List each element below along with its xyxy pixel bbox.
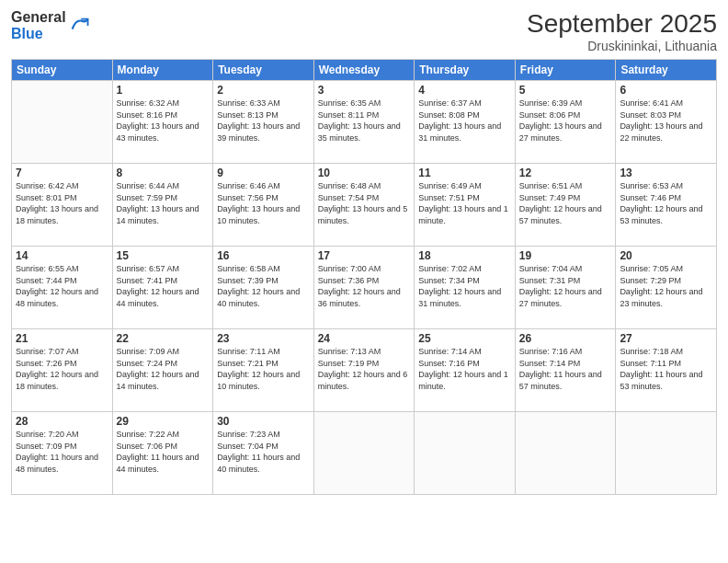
day-info: Sunrise: 6:53 AMSunset: 7:46 PMDaylight:… — [620, 180, 712, 226]
day-info: Sunrise: 6:58 AMSunset: 7:39 PMDaylight:… — [217, 263, 310, 309]
day-number: 18 — [418, 249, 511, 262]
day-info: Sunrise: 6:39 AMSunset: 8:06 PMDaylight:… — [519, 98, 612, 144]
day-number: 11 — [418, 167, 511, 179]
day-number: 3 — [318, 84, 411, 97]
table-row: 9Sunrise: 6:46 AMSunset: 7:56 PMDaylight… — [213, 164, 314, 247]
day-number: 14 — [16, 249, 108, 262]
day-info: Sunrise: 6:35 AMSunset: 8:11 PMDaylight:… — [318, 98, 411, 144]
table-row: 1Sunrise: 6:32 AMSunset: 8:16 PMDaylight… — [112, 81, 213, 164]
logo-general: General — [11, 9, 66, 26]
table-row: 26Sunrise: 7:16 AMSunset: 7:14 PMDayligh… — [515, 329, 616, 412]
day-number: 4 — [418, 84, 511, 97]
day-number: 15 — [117, 249, 210, 262]
table-row: 14Sunrise: 6:55 AMSunset: 7:44 PMDayligh… — [12, 247, 113, 329]
logo-icon — [69, 16, 89, 36]
page: General Blue September 2025 Druskininkai… — [0, 0, 728, 563]
table-row: 4Sunrise: 6:37 AMSunset: 8:08 PMDaylight… — [415, 81, 516, 164]
day-info: Sunrise: 7:22 AMSunset: 7:06 PMDaylight:… — [117, 429, 210, 475]
header-tuesday: Tuesday — [213, 60, 314, 81]
day-info: Sunrise: 7:04 AMSunset: 7:31 PMDaylight:… — [519, 263, 612, 309]
table-row: 8Sunrise: 6:44 AMSunset: 7:59 PMDaylight… — [112, 164, 213, 247]
header-wednesday: Wednesday — [313, 60, 415, 81]
day-info: Sunrise: 6:48 AMSunset: 7:54 PMDaylight:… — [318, 180, 411, 226]
table-row: 17Sunrise: 7:00 AMSunset: 7:36 PMDayligh… — [313, 247, 415, 329]
day-number: 2 — [217, 84, 310, 97]
table-row — [616, 412, 717, 495]
table-row — [313, 412, 415, 495]
table-row: 22Sunrise: 7:09 AMSunset: 7:24 PMDayligh… — [112, 329, 213, 412]
day-number: 22 — [117, 332, 210, 345]
day-info: Sunrise: 6:33 AMSunset: 8:13 PMDaylight:… — [217, 98, 310, 144]
day-number: 6 — [620, 84, 712, 97]
header-monday: Monday — [112, 60, 213, 81]
calendar-week-row: 1Sunrise: 6:32 AMSunset: 8:16 PMDaylight… — [12, 81, 717, 164]
day-info: Sunrise: 7:11 AMSunset: 7:21 PMDaylight:… — [217, 346, 310, 392]
table-row: 15Sunrise: 6:57 AMSunset: 7:41 PMDayligh… — [112, 247, 213, 329]
day-number: 5 — [519, 84, 612, 97]
table-row: 23Sunrise: 7:11 AMSunset: 7:21 PMDayligh… — [213, 329, 314, 412]
table-row: 5Sunrise: 6:39 AMSunset: 8:06 PMDaylight… — [515, 81, 616, 164]
table-row: 20Sunrise: 7:05 AMSunset: 7:29 PMDayligh… — [616, 247, 717, 329]
header-thursday: Thursday — [415, 60, 516, 81]
table-row: 3Sunrise: 6:35 AMSunset: 8:11 PMDaylight… — [313, 81, 415, 164]
table-row: 18Sunrise: 7:02 AMSunset: 7:34 PMDayligh… — [415, 247, 516, 329]
day-info: Sunrise: 7:14 AMSunset: 7:16 PMDaylight:… — [418, 346, 511, 392]
table-row: 12Sunrise: 6:51 AMSunset: 7:49 PMDayligh… — [515, 164, 616, 247]
table-row: 27Sunrise: 7:18 AMSunset: 7:11 PMDayligh… — [616, 329, 717, 412]
header: General Blue September 2025 Druskininkai… — [11, 9, 717, 53]
table-row: 19Sunrise: 7:04 AMSunset: 7:31 PMDayligh… — [515, 247, 616, 329]
table-row — [515, 412, 616, 495]
table-row: 28Sunrise: 7:20 AMSunset: 7:09 PMDayligh… — [12, 412, 113, 495]
day-info: Sunrise: 6:49 AMSunset: 7:51 PMDaylight:… — [418, 180, 511, 226]
day-number: 27 — [620, 332, 712, 345]
day-number: 30 — [217, 415, 310, 428]
month-year: September 2025 — [527, 9, 717, 39]
day-number: 23 — [217, 332, 310, 345]
calendar-week-row: 21Sunrise: 7:07 AMSunset: 7:26 PMDayligh… — [12, 329, 717, 412]
day-number: 19 — [519, 249, 612, 262]
day-number: 1 — [117, 84, 210, 97]
day-info: Sunrise: 7:13 AMSunset: 7:19 PMDaylight:… — [318, 346, 411, 392]
table-row: 13Sunrise: 6:53 AMSunset: 7:46 PMDayligh… — [616, 164, 717, 247]
calendar-header-row: Sunday Monday Tuesday Wednesday Thursday… — [12, 60, 717, 81]
day-info: Sunrise: 6:32 AMSunset: 8:16 PMDaylight:… — [117, 98, 210, 144]
logo: General Blue — [11, 9, 89, 41]
day-number: 26 — [519, 332, 612, 345]
table-row: 25Sunrise: 7:14 AMSunset: 7:16 PMDayligh… — [415, 329, 516, 412]
day-info: Sunrise: 6:42 AMSunset: 8:01 PMDaylight:… — [16, 180, 108, 226]
table-row: 10Sunrise: 6:48 AMSunset: 7:54 PMDayligh… — [313, 164, 415, 247]
table-row: 24Sunrise: 7:13 AMSunset: 7:19 PMDayligh… — [313, 329, 415, 412]
day-info: Sunrise: 7:07 AMSunset: 7:26 PMDaylight:… — [16, 346, 108, 392]
calendar-week-row: 7Sunrise: 6:42 AMSunset: 8:01 PMDaylight… — [12, 164, 717, 247]
logo-blue: Blue — [11, 26, 66, 42]
day-info: Sunrise: 6:41 AMSunset: 8:03 PMDaylight:… — [620, 98, 712, 144]
day-number: 13 — [620, 167, 712, 179]
day-info: Sunrise: 7:05 AMSunset: 7:29 PMDaylight:… — [620, 263, 712, 309]
table-row: 11Sunrise: 6:49 AMSunset: 7:51 PMDayligh… — [415, 164, 516, 247]
table-row — [12, 81, 113, 164]
day-info: Sunrise: 6:51 AMSunset: 7:49 PMDaylight:… — [519, 180, 612, 226]
day-info: Sunrise: 7:20 AMSunset: 7:09 PMDaylight:… — [16, 429, 108, 475]
calendar-week-row: 28Sunrise: 7:20 AMSunset: 7:09 PMDayligh… — [12, 412, 717, 495]
table-row — [415, 412, 516, 495]
table-row: 6Sunrise: 6:41 AMSunset: 8:03 PMDaylight… — [616, 81, 717, 164]
day-number: 24 — [318, 332, 411, 345]
header-sunday: Sunday — [12, 60, 113, 81]
table-row: 7Sunrise: 6:42 AMSunset: 8:01 PMDaylight… — [12, 164, 113, 247]
day-number: 29 — [117, 415, 210, 428]
day-info: Sunrise: 6:44 AMSunset: 7:59 PMDaylight:… — [117, 180, 210, 226]
day-number: 21 — [16, 332, 108, 345]
day-number: 16 — [217, 249, 310, 262]
table-row: 16Sunrise: 6:58 AMSunset: 7:39 PMDayligh… — [213, 247, 314, 329]
day-number: 12 — [519, 167, 612, 179]
day-number: 20 — [620, 249, 712, 262]
day-info: Sunrise: 7:00 AMSunset: 7:36 PMDaylight:… — [318, 263, 411, 309]
day-info: Sunrise: 7:23 AMSunset: 7:04 PMDaylight:… — [217, 429, 310, 475]
table-row: 30Sunrise: 7:23 AMSunset: 7:04 PMDayligh… — [213, 412, 314, 495]
day-info: Sunrise: 6:37 AMSunset: 8:08 PMDaylight:… — [418, 98, 511, 144]
day-info: Sunrise: 6:55 AMSunset: 7:44 PMDaylight:… — [16, 263, 108, 309]
header-saturday: Saturday — [616, 60, 717, 81]
header-friday: Friday — [515, 60, 616, 81]
day-number: 8 — [117, 167, 210, 179]
day-info: Sunrise: 7:09 AMSunset: 7:24 PMDaylight:… — [117, 346, 210, 392]
